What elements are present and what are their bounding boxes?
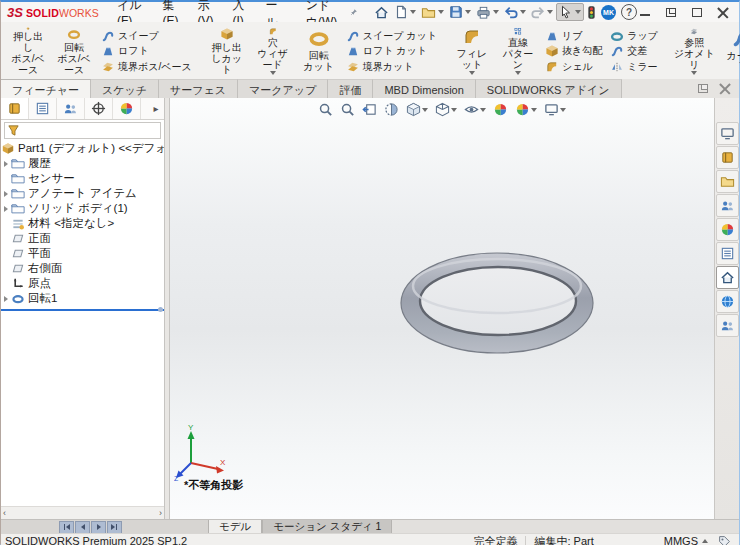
- lofted-cut-button[interactable]: ロフト カット: [344, 44, 439, 59]
- 3dexperience-user-badge[interactable]: MK: [599, 4, 618, 21]
- document-restore-button[interactable]: [697, 83, 709, 94]
- chevron-down-icon[interactable]: [515, 71, 521, 75]
- tree-item-origin[interactable]: 原点: [1, 276, 164, 291]
- chevron-down-icon[interactable]: [493, 10, 499, 14]
- dimxpertmanager-tab[interactable]: [85, 98, 113, 119]
- tree-item-sensors[interactable]: センサー: [1, 171, 164, 186]
- tags-icon[interactable]: [718, 535, 731, 545]
- wrap-button[interactable]: ラップ: [608, 28, 660, 43]
- tab-solidworks-addins[interactable]: SOLIDWORKS アドイン: [476, 79, 622, 98]
- appearances-scenes-button[interactable]: [716, 218, 739, 241]
- chevron-down-icon[interactable]: [575, 10, 581, 14]
- tree-item-history[interactable]: 履歴: [1, 156, 164, 171]
- minimize-button[interactable]: [639, 7, 651, 18]
- boundary-boss-button[interactable]: 境界ボス/ベース: [99, 59, 194, 74]
- tree-filter-box[interactable]: [4, 122, 161, 139]
- hole-wizard-button[interactable]: 穴 ウィザード: [250, 25, 296, 77]
- chevron-down-icon[interactable]: [410, 10, 416, 14]
- chevron-down-icon[interactable]: [438, 10, 444, 14]
- shell-button[interactable]: シェル: [543, 59, 604, 74]
- tree-item-front-plane[interactable]: 正面: [1, 231, 164, 246]
- featuremanager-tree-tab[interactable]: [1, 98, 29, 119]
- mirror-button[interactable]: ミラー: [608, 59, 660, 74]
- extruded-boss-base-button[interactable]: 押し出し ボス/ベース: [5, 25, 51, 77]
- tab-markup[interactable]: マークアップ: [238, 79, 328, 98]
- tree-item-revolve1[interactable]: 回転1: [1, 291, 164, 306]
- intersect-button[interactable]: 交差: [608, 44, 660, 59]
- tree-item-right-plane[interactable]: 右側面: [1, 261, 164, 276]
- units-selector[interactable]: MMGS: [664, 535, 708, 545]
- scroll-left-icon[interactable]: ‹: [3, 508, 6, 518]
- tree-item-annotations[interactable]: アノテート アイテム: [1, 186, 164, 201]
- first-tab-button[interactable]: [59, 521, 74, 534]
- new-document-button[interactable]: [392, 4, 418, 20]
- revolved-cut-button[interactable]: 回転 カット: [296, 25, 342, 77]
- model-tab[interactable]: モデル: [208, 520, 262, 534]
- open-button[interactable]: [419, 4, 446, 21]
- linear-pattern-button[interactable]: 直線 パターン: [495, 25, 541, 77]
- reference-geometry-button[interactable]: 参照 ジオメトリ: [670, 25, 719, 77]
- close-button[interactable]: [717, 7, 729, 18]
- select-button[interactable]: [556, 3, 584, 21]
- tree-item-top-plane[interactable]: 平面: [1, 246, 164, 261]
- tree-item-material[interactable]: 材料 <指定なし>: [1, 216, 164, 231]
- curves-button[interactable]: カーブ: [719, 25, 740, 77]
- design-library-button[interactable]: [716, 146, 739, 169]
- chevron-down-icon[interactable]: [465, 10, 471, 14]
- rollback-bar[interactable]: [1, 309, 164, 311]
- redo-button[interactable]: [529, 4, 555, 20]
- next-tab-button[interactable]: [91, 521, 106, 534]
- home-button[interactable]: [372, 4, 391, 21]
- tab-mbd-dimension[interactable]: MBD Dimension: [373, 79, 475, 98]
- solidworks-resources-button[interactable]: [716, 122, 739, 145]
- fillet-button[interactable]: フィレット: [449, 25, 495, 77]
- user-settings-button[interactable]: [716, 314, 739, 337]
- propertymanager-tab[interactable]: [29, 98, 57, 119]
- extruded-cut-button[interactable]: 押し出 しカット: [204, 25, 250, 77]
- help-button[interactable]: ?: [619, 3, 639, 21]
- chevron-up-icon[interactable]: [702, 539, 708, 543]
- chevron-down-icon[interactable]: [547, 10, 553, 14]
- pin-menu-icon[interactable]: [350, 5, 358, 19]
- solidworks-forum-button[interactable]: [716, 194, 739, 217]
- swept-cut-button[interactable]: スイープ カット: [344, 28, 439, 43]
- displaymanager-tab[interactable]: [113, 98, 141, 119]
- lofted-boss-button[interactable]: ロフト: [99, 44, 194, 59]
- panel-horizontal-scrollbar[interactable]: ‹ ›: [1, 506, 164, 519]
- tab-sketch[interactable]: スケッチ: [91, 79, 159, 98]
- chevron-down-icon[interactable]: [520, 10, 526, 14]
- chevron-down-icon[interactable]: [270, 71, 276, 75]
- print-button[interactable]: [474, 4, 501, 21]
- home-tab-button[interactable]: [716, 266, 739, 289]
- save-button[interactable]: [447, 4, 473, 20]
- tab-surfaces[interactable]: サーフェス: [159, 79, 238, 98]
- configurationmanager-tab[interactable]: [57, 98, 85, 119]
- chevron-down-icon[interactable]: [469, 71, 475, 75]
- tab-features[interactable]: フィーチャー: [1, 79, 91, 98]
- panel-tabs-overflow-button[interactable]: ▸: [148, 98, 164, 119]
- maximize-button[interactable]: [691, 7, 703, 18]
- boundary-cut-button[interactable]: 境界カット: [344, 59, 439, 74]
- custom-properties-button[interactable]: [716, 242, 739, 265]
- last-tab-button[interactable]: [107, 521, 122, 534]
- previous-tab-button[interactable]: [75, 521, 90, 534]
- restore-button[interactable]: [665, 7, 677, 18]
- file-explorer-button[interactable]: [716, 170, 739, 193]
- graphics-viewport[interactable]: Y X Z *不等角投影: [170, 98, 714, 519]
- document-close-button[interactable]: [719, 83, 731, 94]
- undo-button[interactable]: [502, 4, 528, 20]
- swept-boss-button[interactable]: スイープ: [99, 28, 194, 43]
- 3dexperience-button[interactable]: [716, 290, 739, 313]
- rib-button[interactable]: リブ: [543, 28, 604, 43]
- revolved-boss-base-button[interactable]: 回転 ボス/ベース: [51, 25, 97, 77]
- tree-item-solid-bodies[interactable]: ソリッド ボディ(1): [1, 201, 164, 216]
- tree-root-part[interactable]: Part1 (デフォルト) <<デフォルト>_表示状態: [1, 141, 164, 156]
- rebuild-button[interactable]: [585, 4, 598, 21]
- torus-model[interactable]: [170, 98, 714, 519]
- chevron-down-icon[interactable]: [691, 71, 697, 75]
- loft-cut-icon: [346, 44, 360, 58]
- draft-button[interactable]: 抜き勾配: [543, 44, 604, 59]
- motion-study-tab[interactable]: モーション スタディ 1: [262, 520, 392, 534]
- scroll-right-icon[interactable]: ›: [159, 508, 162, 518]
- tab-evaluate[interactable]: 評価: [328, 79, 373, 98]
